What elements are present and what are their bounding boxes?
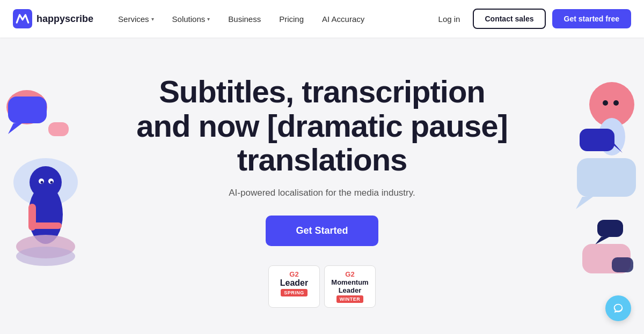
badge-season-winter: WINTER (336, 295, 364, 303)
left-decoration (0, 75, 118, 332)
right-decoration (526, 75, 644, 332)
get-started-nav-button[interactable]: Get started free (552, 9, 631, 28)
brand-name: happyscribe (36, 13, 93, 25)
svg-point-18 (613, 100, 619, 106)
badge-leader-title: Leader (280, 278, 308, 288)
svg-point-10 (41, 181, 43, 184)
chat-support-button[interactable] (605, 295, 631, 321)
solutions-chevron-icon: ▾ (207, 16, 210, 22)
svg-point-7 (30, 166, 62, 198)
badge-leader: G2 Leader SPRING (268, 265, 320, 308)
nav-services[interactable]: Services ▾ (111, 10, 162, 28)
services-chevron-icon: ▾ (151, 16, 154, 22)
svg-rect-22 (577, 158, 636, 197)
chat-bubble-icon (612, 302, 624, 314)
svg-rect-20 (580, 129, 614, 151)
svg-marker-25 (595, 237, 609, 244)
svg-point-17 (603, 100, 608, 106)
svg-point-11 (50, 181, 53, 184)
svg-marker-23 (576, 197, 593, 209)
nav-ai-accuracy[interactable]: AI Accuracy (314, 10, 372, 28)
svg-rect-2 (8, 97, 47, 123)
badge-season-spring: SPRING (281, 289, 308, 296)
badge-g2-momentum-icon: G2 (345, 270, 354, 278)
nav-business[interactable]: Business (221, 10, 268, 28)
badge-momentum: G2 Momentum Leader WINTER (324, 265, 376, 308)
nav-solutions[interactable]: Solutions ▾ (165, 10, 218, 28)
hero-subtitle: AI-powered localisation for the media in… (229, 188, 415, 198)
svg-rect-13 (30, 222, 62, 229)
hero-title: Subtitles, transcription and now [dramat… (134, 75, 510, 177)
logo[interactable]: happyscribe (13, 9, 93, 28)
nav-right: Log in Contact sales Get started free (432, 9, 631, 29)
badge-g2-icon: G2 (289, 270, 298, 278)
svg-rect-4 (48, 122, 69, 136)
hero-section: Subtitles, transcription and now [dramat… (0, 38, 644, 334)
badges-container: G2 Leader SPRING G2 Momentum Leader WINT… (268, 265, 376, 308)
svg-marker-3 (8, 123, 22, 134)
login-button[interactable]: Log in (432, 10, 467, 28)
contact-sales-button[interactable]: Contact sales (473, 9, 545, 29)
logo-icon (13, 9, 32, 28)
svg-rect-24 (597, 220, 623, 237)
navbar: happyscribe Services ▾ Solutions ▾ Busin… (0, 0, 644, 38)
hero-cta-button[interactable]: Get Started (266, 216, 378, 246)
badge-momentum-title: Momentum Leader (331, 278, 368, 294)
nav-pricing[interactable]: Pricing (272, 10, 311, 28)
svg-rect-27 (612, 257, 633, 272)
nav-links: Services ▾ Solutions ▾ Business Pricing … (111, 10, 432, 28)
svg-point-15 (16, 247, 75, 266)
